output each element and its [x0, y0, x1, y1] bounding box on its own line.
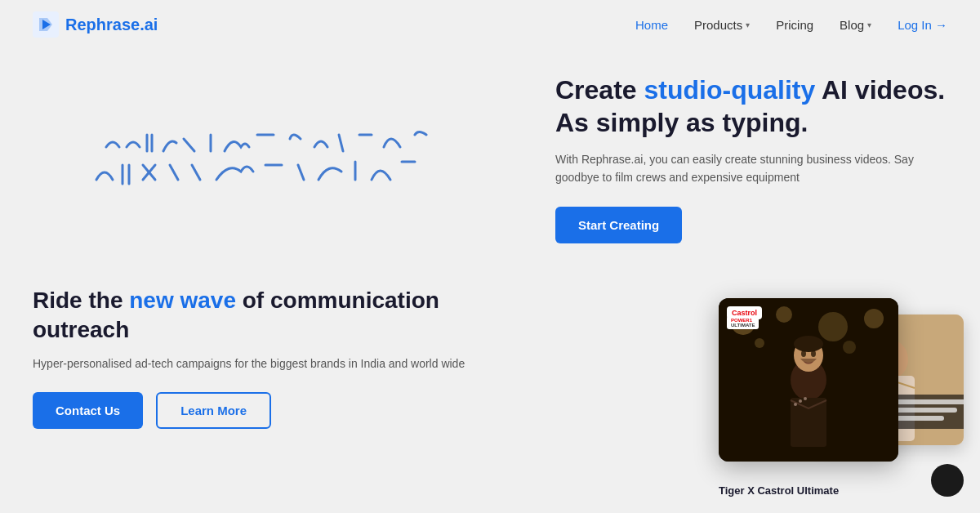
video-card-area: Castrol POWER1 ULTIMATE Tiger X Castrol … — [719, 298, 947, 497]
products-chevron-icon: ▾ — [746, 20, 750, 29]
hero-visual — [33, 65, 506, 278]
svg-point-25 — [864, 309, 884, 328]
chat-button[interactable] — [931, 464, 964, 497]
svg-point-33 — [799, 399, 802, 403]
nav-links: Home Products ▾ Pricing Blog ▾ Log In → — [635, 18, 947, 32]
svg-point-27 — [755, 338, 764, 348]
learn-more-button[interactable]: Learn More — [156, 392, 271, 429]
nav-login[interactable]: Log In → — [898, 18, 947, 32]
contact-us-button[interactable]: Contact Us — [33, 392, 143, 429]
right-section: Create studio-quality AI videos. As simp… — [539, 49, 980, 513]
svg-point-35 — [801, 350, 806, 357]
svg-point-32 — [794, 403, 797, 406]
hero-title: Create studio-quality AI videos. As simp… — [555, 74, 947, 139]
squiggles-animation — [82, 106, 433, 237]
communication-title: Ride the new wave of communication outre… — [33, 286, 506, 346]
navbar: Rephrase.ai Home Products ▾ Pricing Blog… — [0, 0, 980, 49]
svg-line-3 — [184, 139, 194, 151]
blog-chevron-icon: ▾ — [867, 20, 871, 29]
video-caption: Tiger X Castrol Ultimate — [719, 484, 947, 497]
svg-point-30 — [794, 336, 823, 352]
nav-pricing[interactable]: Pricing — [776, 18, 813, 32]
svg-point-34 — [804, 397, 807, 400]
main-content: Ride the new wave of communication outre… — [0, 49, 980, 513]
nav-blog[interactable]: Blog ▾ — [840, 18, 871, 32]
logo-icon — [33, 11, 59, 38]
nav-products[interactable]: Products ▾ — [694, 18, 750, 32]
logo[interactable]: Rephrase.ai — [33, 11, 158, 38]
communication-section: Ride the new wave of communication outre… — [33, 278, 506, 429]
hero-text-block: Create studio-quality AI videos. As simp… — [555, 74, 947, 243]
svg-point-24 — [818, 312, 848, 341]
start-creating-button[interactable]: Start Creating — [555, 207, 682, 243]
castrol-sub-badge: POWER1 ULTIMATE — [727, 316, 759, 329]
left-section: Ride the new wave of communication outre… — [0, 49, 539, 513]
logo-text: Rephrase.ai — [65, 16, 158, 34]
svg-line-15 — [298, 165, 304, 180]
svg-point-26 — [843, 341, 856, 354]
svg-line-13 — [192, 165, 200, 180]
nav-home[interactable]: Home — [635, 18, 668, 32]
svg-point-23 — [776, 306, 792, 323]
svg-line-6 — [339, 135, 343, 151]
cta-buttons: Contact Us Learn More — [33, 392, 506, 429]
communication-description: Hyper-personalised ad-tech campaigns for… — [33, 355, 506, 372]
svg-line-12 — [170, 165, 178, 180]
svg-point-36 — [811, 350, 816, 357]
hero-description: With Rephrase.ai, you can easily create … — [555, 150, 947, 187]
video-card-primary: Castrol POWER1 ULTIMATE — [719, 298, 898, 462]
